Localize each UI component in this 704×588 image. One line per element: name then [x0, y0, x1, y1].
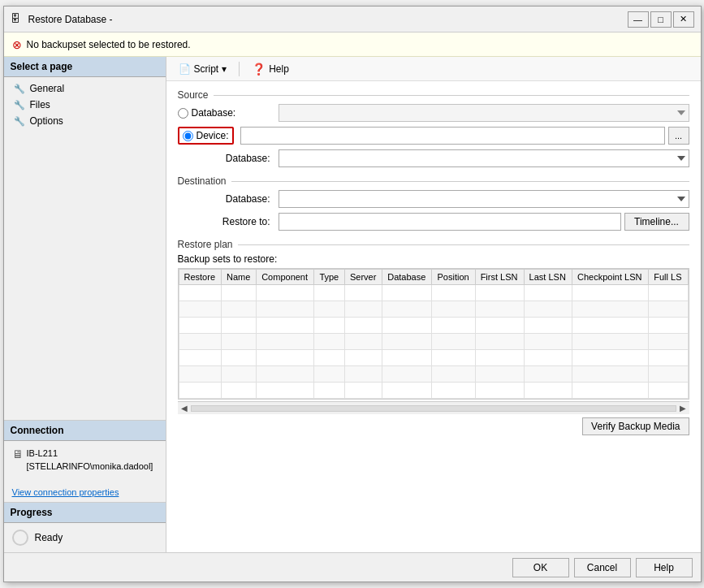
minimize-button[interactable]: — [628, 11, 649, 28]
col-server: Server [344, 270, 382, 285]
backup-sets-table-container: Restore Name Component Type Server Datab… [178, 268, 689, 400]
toolbar: 📄 Script ▾ ❓ Help [166, 57, 701, 81]
restore-to-row: Restore to: Timeline... [178, 213, 689, 231]
verify-backup-button[interactable]: Verify Backup Media [582, 417, 689, 435]
backup-sets-table: Restore Name Component Type Server Datab… [179, 269, 689, 399]
form-area: Source Database: [166, 81, 701, 552]
sidebar-item-options-label: Options [30, 115, 63, 127]
select-page-header: Select a page [4, 57, 166, 77]
source-database-select[interactable] [279, 149, 689, 167]
source-database-label: Database: [178, 153, 275, 164]
progress-body: Ready [4, 523, 166, 552]
ok-button[interactable]: OK [512, 558, 569, 577]
dest-database-row: Database: [178, 190, 689, 208]
database-select-input [279, 104, 689, 122]
restore-plan-title: Restore plan [178, 239, 689, 250]
col-name: Name [222, 270, 257, 285]
col-type: Type [314, 270, 345, 285]
help-icon: ❓ [252, 63, 266, 76]
database-radio-label[interactable]: Database: [178, 107, 275, 119]
table-row [179, 301, 688, 318]
col-component: Component [257, 270, 314, 285]
timeline-button[interactable]: Timeline... [624, 213, 689, 231]
restore-to-label: Restore to: [178, 216, 275, 227]
connection-header: Connection [4, 421, 166, 441]
device-radio-text: Device: [197, 130, 229, 141]
general-icon: 🔧 [14, 84, 25, 94]
destination-section-title: Destination [178, 175, 689, 187]
scroll-left-arrow[interactable]: ◀ [181, 404, 188, 413]
maximize-button[interactable]: □ [650, 11, 672, 28]
connection-section: Connection 🖥 IB-L211 [STELLARINFO\monika… [4, 420, 166, 502]
col-last-lsn: Last LSN [524, 270, 572, 285]
device-radio-highlight: Device: [178, 127, 234, 145]
device-text-input[interactable] [240, 127, 665, 145]
options-icon: 🔧 [14, 116, 25, 127]
help-label: Help [269, 63, 289, 75]
footer-help-button[interactable]: Help [636, 558, 693, 577]
connection-body: 🖥 IB-L211 [STELLARINFO\monika.dadool] [4, 441, 166, 482]
sidebar-item-general[interactable]: 🔧 General [4, 80, 166, 97]
database-radio[interactable] [178, 108, 188, 119]
script-label: Script [194, 63, 219, 75]
horizontal-scrollbar[interactable]: ◀ ▶ [178, 401, 689, 414]
scroll-track[interactable] [191, 405, 676, 412]
window-title: Restore Database - [28, 14, 113, 25]
database-radio-row: Database: [178, 104, 689, 122]
verify-row: Verify Backup Media [178, 414, 689, 439]
database-radio-text: Database: [192, 107, 236, 119]
dest-database-label: Database: [178, 193, 275, 205]
table-row [179, 383, 688, 399]
table-header-row: Restore Name Component Type Server Datab… [179, 270, 688, 285]
warning-icon: ⊗ [12, 38, 22, 51]
close-button[interactable]: ✕ [673, 11, 694, 28]
table-row [179, 334, 688, 350]
sidebar: Select a page 🔧 General 🔧 Files 🔧 Option… [4, 57, 166, 552]
device-radio-label[interactable]: Device: [181, 130, 231, 141]
window-icon: 🗄 [11, 13, 24, 26]
restore-to-input[interactable] [279, 213, 621, 231]
warning-text: No backupset selected to be restored. [27, 39, 191, 50]
sidebar-item-files-label: Files [30, 99, 50, 110]
device-radio[interactable] [183, 131, 193, 141]
col-database: Database [382, 270, 432, 285]
warning-bar: ⊗ No backupset selected to be restored. [4, 32, 701, 57]
table-row [179, 366, 688, 383]
script-icon: 📄 [179, 63, 191, 75]
sidebar-items: 🔧 General 🔧 Files 🔧 Options [4, 77, 166, 132]
col-checkpoint-lsn: Checkpoint LSN [572, 270, 648, 285]
restore-database-window: 🗄 Restore Database - — □ ✕ ⊗ No backupse… [3, 6, 702, 582]
source-database-row: Database: [178, 149, 689, 167]
table-row [179, 285, 688, 301]
device-radio-row: Device: ... [178, 127, 689, 145]
progress-status-text: Ready [35, 532, 63, 543]
script-button[interactable]: 📄 Script ▾ [173, 60, 233, 78]
server-icon: 🖥 [12, 447, 24, 460]
help-button[interactable]: ❓ Help [246, 60, 295, 78]
files-icon: 🔧 [14, 100, 25, 110]
source-label: Source [178, 89, 209, 101]
connection-info: 🖥 IB-L211 [STELLARINFO\monika.dadool] [12, 447, 158, 473]
right-panel: 📄 Script ▾ ❓ Help Source [166, 57, 701, 552]
backup-sets-label: Backup sets to restore: [178, 253, 689, 265]
browse-button[interactable]: ... [668, 127, 689, 145]
script-dropdown-icon: ▾ [222, 63, 227, 75]
toolbar-separator [239, 62, 240, 76]
main-content: Select a page 🔧 General 🔧 Files 🔧 Option… [4, 57, 701, 552]
sidebar-item-general-label: General [30, 83, 65, 94]
sidebar-item-options[interactable]: 🔧 Options [4, 113, 166, 129]
source-section-title: Source [178, 89, 689, 101]
connection-details: IB-L211 [STELLARINFO\monika.dadool] [27, 447, 153, 473]
footer: OK Cancel Help [4, 552, 701, 582]
title-bar-left: 🗄 Restore Database - [11, 13, 113, 26]
progress-header: Progress [4, 503, 166, 523]
title-bar: 🗄 Restore Database - — □ ✕ [4, 6, 701, 32]
scroll-right-arrow[interactable]: ▶ [680, 404, 686, 413]
connection-server: IB-L211 [27, 447, 153, 460]
col-full-ls: Full LS [649, 270, 688, 285]
dest-database-select[interactable] [279, 190, 689, 208]
cancel-button[interactable]: Cancel [574, 558, 631, 577]
view-connection-link[interactable]: View connection properties [4, 482, 166, 502]
sidebar-item-files[interactable]: 🔧 Files [4, 97, 166, 113]
restore-plan-label: Restore plan [178, 239, 233, 250]
